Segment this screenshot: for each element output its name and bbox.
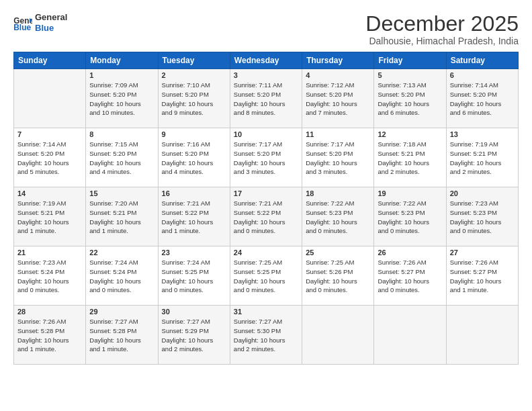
calendar-cell: 14Sunrise: 7:19 AM Sunset: 5:21 PM Dayli…: [14, 187, 86, 246]
weekday-header: Sunday: [14, 52, 86, 69]
day-info: Sunrise: 7:13 AM Sunset: 5:20 PM Dayligh…: [378, 81, 442, 118]
day-info: Sunrise: 7:27 AM Sunset: 5:30 PM Dayligh…: [234, 317, 298, 354]
svg-text:Blue: Blue: [13, 23, 31, 30]
weekday-header: Thursday: [302, 52, 374, 69]
day-number: 15: [89, 189, 154, 197]
day-info: Sunrise: 7:15 AM Sunset: 5:20 PM Dayligh…: [89, 140, 154, 177]
calendar-table: SundayMondayTuesdayWednesdayThursdayFrid…: [13, 52, 519, 365]
day-info: Sunrise: 7:24 AM Sunset: 5:25 PM Dayligh…: [162, 258, 226, 295]
day-info: Sunrise: 7:25 AM Sunset: 5:25 PM Dayligh…: [234, 258, 298, 295]
calendar-cell: [14, 69, 86, 128]
day-info: Sunrise: 7:22 AM Sunset: 5:23 PM Dayligh…: [306, 199, 370, 236]
calendar-cell: 8Sunrise: 7:15 AM Sunset: 5:20 PM Daylig…: [86, 128, 158, 187]
day-number: 14: [17, 189, 82, 197]
calendar-cell: 24Sunrise: 7:25 AM Sunset: 5:25 PM Dayli…: [230, 246, 302, 306]
calendar-week-row: 21Sunrise: 7:23 AM Sunset: 5:24 PM Dayli…: [14, 246, 519, 306]
day-number: 30: [162, 308, 226, 316]
calendar-cell: 31Sunrise: 7:27 AM Sunset: 5:30 PM Dayli…: [230, 306, 302, 365]
day-number: 5: [378, 71, 442, 79]
day-info: Sunrise: 7:17 AM Sunset: 5:20 PM Dayligh…: [306, 140, 370, 177]
day-number: 26: [378, 248, 442, 257]
title-section: December 2025 Dalhousie, Himachal Prades…: [365, 12, 519, 46]
day-number: 3: [234, 71, 298, 79]
logo-line1: General: [35, 12, 67, 23]
day-number: 20: [450, 189, 515, 197]
day-info: Sunrise: 7:26 AM Sunset: 5:27 PM Dayligh…: [378, 258, 442, 295]
logo-line2: Blue: [35, 23, 67, 34]
day-number: 21: [17, 248, 82, 257]
day-number: 16: [162, 189, 226, 197]
day-number: 8: [89, 130, 154, 138]
day-number: 4: [306, 71, 370, 79]
day-number: 19: [378, 189, 442, 197]
day-info: Sunrise: 7:11 AM Sunset: 5:20 PM Dayligh…: [234, 81, 298, 118]
day-info: Sunrise: 7:25 AM Sunset: 5:26 PM Dayligh…: [306, 258, 370, 295]
day-info: Sunrise: 7:26 AM Sunset: 5:28 PM Dayligh…: [17, 317, 82, 354]
weekday-header: Monday: [86, 52, 158, 69]
calendar-cell: 3Sunrise: 7:11 AM Sunset: 5:20 PM Daylig…: [230, 69, 302, 128]
day-info: Sunrise: 7:16 AM Sunset: 5:20 PM Dayligh…: [162, 140, 226, 177]
calendar-cell: 4Sunrise: 7:12 AM Sunset: 5:20 PM Daylig…: [302, 69, 374, 128]
calendar-cell: 30Sunrise: 7:27 AM Sunset: 5:29 PM Dayli…: [158, 306, 230, 365]
calendar-cell: 9Sunrise: 7:16 AM Sunset: 5:20 PM Daylig…: [158, 128, 230, 187]
weekday-header: Friday: [374, 52, 446, 69]
day-number: 24: [234, 248, 298, 257]
day-info: Sunrise: 7:14 AM Sunset: 5:20 PM Dayligh…: [17, 140, 82, 177]
day-number: 12: [378, 130, 442, 138]
day-info: Sunrise: 7:10 AM Sunset: 5:20 PM Dayligh…: [162, 81, 226, 118]
calendar-cell: 16Sunrise: 7:21 AM Sunset: 5:22 PM Dayli…: [158, 187, 230, 246]
calendar-cell: 12Sunrise: 7:18 AM Sunset: 5:21 PM Dayli…: [374, 128, 446, 187]
weekday-header: Tuesday: [158, 52, 230, 69]
day-info: Sunrise: 7:12 AM Sunset: 5:20 PM Dayligh…: [306, 81, 370, 118]
calendar-cell: [446, 306, 518, 365]
header-row: SundayMondayTuesdayWednesdayThursdayFrid…: [14, 52, 519, 69]
calendar-cell: 1Sunrise: 7:09 AM Sunset: 5:20 PM Daylig…: [86, 69, 158, 128]
calendar-cell: 2Sunrise: 7:10 AM Sunset: 5:20 PM Daylig…: [158, 69, 230, 128]
day-number: 13: [450, 130, 515, 138]
calendar-cell: 13Sunrise: 7:19 AM Sunset: 5:21 PM Dayli…: [446, 128, 518, 187]
calendar-cell: 5Sunrise: 7:13 AM Sunset: 5:20 PM Daylig…: [374, 69, 446, 128]
calendar-cell: 22Sunrise: 7:24 AM Sunset: 5:24 PM Dayli…: [86, 246, 158, 306]
calendar-week-row: 1Sunrise: 7:09 AM Sunset: 5:20 PM Daylig…: [14, 69, 519, 128]
location: Dalhousie, Himachal Pradesh, India: [365, 36, 519, 46]
day-number: 27: [450, 248, 515, 257]
calendar-cell: 26Sunrise: 7:26 AM Sunset: 5:27 PM Dayli…: [374, 246, 446, 306]
day-number: 23: [162, 248, 226, 257]
calendar-cell: 29Sunrise: 7:27 AM Sunset: 5:28 PM Dayli…: [86, 306, 158, 365]
logo-icon: General Blue: [13, 15, 32, 30]
day-info: Sunrise: 7:24 AM Sunset: 5:24 PM Dayligh…: [89, 258, 154, 295]
weekday-header: Saturday: [446, 52, 518, 69]
day-info: Sunrise: 7:22 AM Sunset: 5:23 PM Dayligh…: [378, 199, 442, 236]
calendar-cell: 18Sunrise: 7:22 AM Sunset: 5:23 PM Dayli…: [302, 187, 374, 246]
day-info: Sunrise: 7:20 AM Sunset: 5:21 PM Dayligh…: [89, 199, 154, 236]
day-number: 2: [162, 71, 226, 79]
day-info: Sunrise: 7:21 AM Sunset: 5:22 PM Dayligh…: [162, 199, 226, 236]
calendar-cell: 7Sunrise: 7:14 AM Sunset: 5:20 PM Daylig…: [14, 128, 86, 187]
day-info: Sunrise: 7:14 AM Sunset: 5:20 PM Dayligh…: [450, 81, 515, 118]
day-info: Sunrise: 7:26 AM Sunset: 5:27 PM Dayligh…: [450, 258, 515, 295]
calendar-cell: 15Sunrise: 7:20 AM Sunset: 5:21 PM Dayli…: [86, 187, 158, 246]
calendar-cell: [302, 306, 374, 365]
calendar-week-row: 14Sunrise: 7:19 AM Sunset: 5:21 PM Dayli…: [14, 187, 519, 246]
calendar-cell: 17Sunrise: 7:21 AM Sunset: 5:22 PM Dayli…: [230, 187, 302, 246]
day-info: Sunrise: 7:18 AM Sunset: 5:21 PM Dayligh…: [378, 140, 442, 177]
calendar-cell: 10Sunrise: 7:17 AM Sunset: 5:20 PM Dayli…: [230, 128, 302, 187]
day-number: 29: [89, 308, 154, 316]
day-number: 22: [89, 248, 154, 257]
day-number: 25: [306, 248, 370, 257]
calendar-cell: 23Sunrise: 7:24 AM Sunset: 5:25 PM Dayli…: [158, 246, 230, 306]
day-number: 17: [234, 189, 298, 197]
day-number: 7: [17, 130, 82, 138]
month-title: December 2025: [365, 12, 519, 36]
day-number: 9: [162, 130, 226, 138]
calendar-cell: [374, 306, 446, 365]
day-number: 1: [89, 71, 154, 79]
page: General Blue General Blue December 2025 …: [0, 0, 532, 411]
calendar-week-row: 28Sunrise: 7:26 AM Sunset: 5:28 PM Dayli…: [14, 306, 519, 365]
calendar-cell: 27Sunrise: 7:26 AM Sunset: 5:27 PM Dayli…: [446, 246, 518, 306]
day-number: 6: [450, 71, 515, 79]
calendar-cell: 28Sunrise: 7:26 AM Sunset: 5:28 PM Dayli…: [14, 306, 86, 365]
calendar-cell: 11Sunrise: 7:17 AM Sunset: 5:20 PM Dayli…: [302, 128, 374, 187]
day-info: Sunrise: 7:27 AM Sunset: 5:28 PM Dayligh…: [89, 317, 154, 354]
weekday-header: Wednesday: [230, 52, 302, 69]
